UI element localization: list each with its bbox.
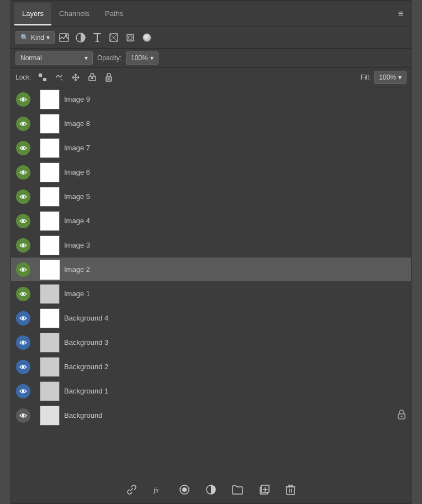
layer-thumbnail: [40, 284, 60, 304]
opacity-value: 100%: [131, 54, 148, 62]
svg-point-32: [401, 416, 403, 417]
eye-circle: [16, 360, 30, 374]
layer-visibility-toggle[interactable]: [11, 403, 35, 428]
layer-visibility-toggle[interactable]: [11, 306, 35, 330]
svg-rect-39: [287, 487, 294, 495]
layer-thumbnail: [40, 235, 60, 255]
blend-mode-select[interactable]: Normal ▾: [15, 51, 93, 65]
eye-circle: [16, 141, 30, 155]
layer-visibility-toggle[interactable]: [11, 160, 35, 185]
layer-visibility-toggle[interactable]: [11, 185, 35, 209]
filter-color-icon[interactable]: [140, 30, 154, 45]
opacity-label: Opacity:: [97, 54, 122, 62]
lock-all-icon[interactable]: [102, 71, 115, 84]
eye-circle: [16, 92, 30, 107]
tab-channels[interactable]: Channels: [51, 3, 97, 25]
blend-chevron-icon: ▾: [85, 54, 88, 62]
filter-row: 🔍 Kind ▾: [11, 27, 411, 49]
opacity-chevron-icon: ▾: [150, 54, 154, 62]
layer-row[interactable]: Image 5: [11, 185, 411, 209]
layer-visibility-toggle[interactable]: [11, 258, 35, 282]
svg-point-21: [22, 195, 24, 197]
layer-row[interactable]: Background 1: [11, 379, 411, 403]
add-adjustment-button[interactable]: [202, 481, 220, 498]
layer-thumbnail: [40, 260, 60, 280]
layer-name: Background 1: [64, 387, 408, 395]
lock-image-icon[interactable]: [52, 71, 66, 84]
layer-thumbnail: [40, 357, 60, 377]
new-group-button[interactable]: [229, 481, 246, 498]
opacity-input[interactable]: 100% ▾: [126, 51, 159, 65]
svg-point-23: [22, 244, 24, 246]
layer-visibility-toggle[interactable]: [11, 87, 35, 112]
layer-row[interactable]: Image 4: [11, 209, 411, 233]
filter-shape-icon[interactable]: [107, 30, 121, 45]
search-icon: 🔍: [20, 34, 29, 41]
layer-row[interactable]: Image 6: [11, 160, 411, 185]
eye-circle: [16, 262, 30, 277]
svg-point-25: [22, 292, 24, 295]
svg-rect-7: [129, 36, 132, 39]
eye-circle: [16, 335, 30, 350]
layer-visibility-toggle[interactable]: [11, 112, 35, 136]
svg-text:fx: fx: [154, 486, 159, 494]
layer-visibility-toggle[interactable]: [11, 282, 35, 306]
new-layer-button[interactable]: [255, 481, 273, 498]
layer-visibility-toggle[interactable]: [11, 136, 35, 160]
layer-visibility-toggle[interactable]: [11, 330, 35, 355]
delete-layer-button[interactable]: [282, 481, 299, 498]
layer-thumbnail: [40, 90, 60, 109]
eye-circle: [16, 287, 30, 301]
filter-image-icon[interactable]: [57, 30, 71, 45]
layers-list[interactable]: Image 9 Image 8 Image 7 Image 6 Image 5 …: [11, 87, 411, 475]
layer-row[interactable]: Image 3: [11, 233, 411, 258]
fx-button[interactable]: fx: [149, 481, 167, 498]
blend-row: Normal ▾ Opacity: 100% ▾: [11, 49, 411, 68]
filter-adjustment-icon[interactable]: [73, 30, 88, 45]
filter-smartobj-icon[interactable]: [123, 30, 138, 45]
layer-row[interactable]: Background: [11, 403, 411, 428]
layer-row[interactable]: Background 3: [11, 330, 411, 355]
link-layers-button[interactable]: [123, 481, 140, 498]
layer-lock-icon: [398, 410, 405, 421]
fill-input[interactable]: 100% ▾: [374, 71, 407, 84]
filter-type-icon[interactable]: [90, 30, 104, 45]
lock-pixels-icon[interactable]: [36, 71, 49, 84]
layer-name: Image 9: [64, 95, 408, 103]
layer-row[interactable]: Image 2: [11, 258, 411, 282]
svg-point-1: [65, 34, 67, 36]
eye-circle: [16, 408, 30, 423]
layer-visibility-toggle[interactable]: [11, 233, 35, 258]
svg-point-22: [22, 219, 24, 222]
layer-row[interactable]: Background 2: [11, 355, 411, 379]
layers-panel: Layers Channels Paths ≡ 🔍 Kind ▾: [10, 0, 412, 504]
layer-row[interactable]: Image 7: [11, 136, 411, 160]
tab-layers[interactable]: Layers: [14, 3, 51, 25]
add-mask-button[interactable]: [176, 481, 193, 498]
tab-paths[interactable]: Paths: [97, 3, 131, 25]
layer-row[interactable]: Image 9: [11, 87, 411, 112]
panel-menu-icon[interactable]: ≡: [394, 7, 408, 21]
layer-name: Background 2: [64, 363, 408, 371]
fill-chevron-icon: ▾: [398, 74, 402, 81]
layer-name: Background: [64, 411, 398, 419]
fill-label: Fill:: [361, 74, 371, 81]
layer-thumbnail: [40, 308, 60, 328]
lock-move-icon[interactable]: [69, 71, 82, 84]
layer-row[interactable]: Background 4: [11, 306, 411, 330]
kind-label: Kind: [31, 34, 44, 41]
eye-circle: [16, 165, 30, 180]
lock-artboard-icon[interactable]: [86, 71, 99, 84]
layer-visibility-toggle[interactable]: [11, 209, 35, 233]
filter-kind-select[interactable]: 🔍 Kind ▾: [15, 31, 55, 44]
layer-row[interactable]: Image 8: [11, 112, 411, 136]
layer-row[interactable]: Image 1: [11, 282, 411, 306]
layer-visibility-toggle[interactable]: [11, 355, 35, 379]
layer-visibility-toggle[interactable]: [11, 379, 35, 403]
layer-thumbnail: [40, 333, 60, 353]
layer-name: Background 4: [64, 314, 408, 322]
svg-rect-6: [127, 34, 134, 41]
layer-thumbnail: [40, 162, 60, 182]
layer-name: Background 3: [64, 338, 408, 347]
svg-rect-10: [39, 78, 42, 81]
